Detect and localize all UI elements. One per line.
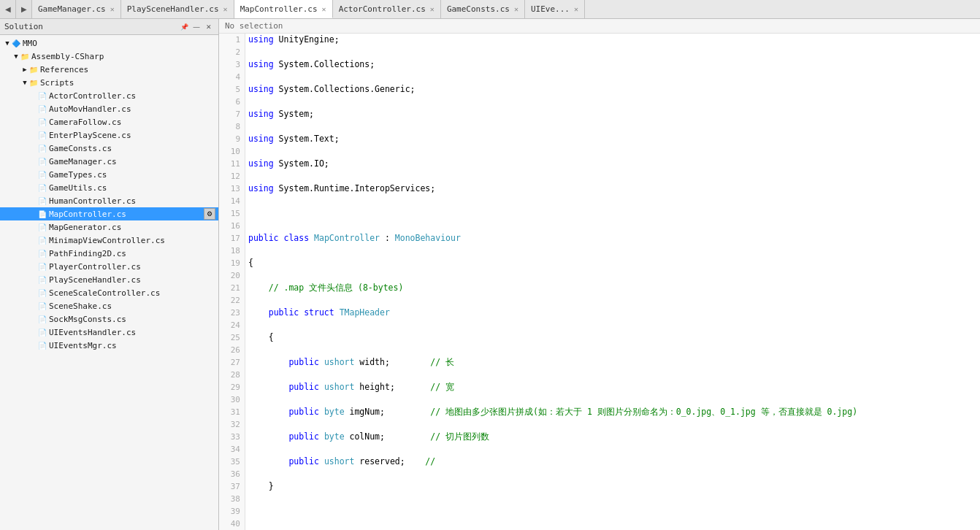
tab-gameconsts-close[interactable]: ✕: [514, 5, 518, 13]
solution-explorer: Solution 📌 — ✕ ▼ 🔷 MMO ▼ 📁 Assembly-CSha…: [0, 19, 219, 530]
tab-gamemanager-close[interactable]: ✕: [110, 5, 115, 13]
sidebar-item-automovhandler[interactable]: 📄 AutoMovHandler.cs: [0, 102, 218, 115]
cs-icon-scenescale: 📄: [38, 289, 47, 297]
sidebar-item-sockmsg[interactable]: 📄 SockMsgConsts.cs: [0, 312, 218, 326]
sidebar-item-automovhandler-label: AutoMovHandler.cs: [49, 104, 131, 114]
sidebar-item-scripts-label: Scripts: [40, 78, 74, 88]
tab-actorcontroller-close[interactable]: ✕: [430, 5, 435, 13]
expand-icon-references: ▶: [20, 66, 29, 73]
cs-icon-mapcontroller: 📄: [38, 210, 47, 218]
sidebar-item-camerafollow[interactable]: 📄 CameraFollow.cs: [0, 115, 218, 128]
cs-icon-actor: 📄: [38, 92, 47, 100]
tab-uieve-label: UIEve...: [531, 4, 570, 14]
sidebar-item-enterplayscene[interactable]: 📄 EnterPlayScene.cs: [0, 128, 218, 142]
cs-icon-gameconsts: 📄: [38, 145, 47, 153]
tab-playscenehandler-close[interactable]: ✕: [223, 5, 228, 13]
sidebar-item-scenescale[interactable]: 📄 SceneScaleController.cs: [0, 286, 218, 299]
line-numbers: 12345 678910 1112131415 1617181920 21222…: [219, 34, 245, 530]
sidebar-item-humancontroller[interactable]: 📄 HumanController.cs: [0, 194, 218, 207]
sidebar-item-minimapview[interactable]: 📄 MinimapViewController.cs: [0, 234, 218, 247]
sidebar-item-uieventsmgr-label: UIEventsMgr.cs: [49, 341, 117, 350]
tab-mapcontroller-close[interactable]: ✕: [322, 5, 326, 13]
sidebar-item-actorcontroller-label: ActorController.cs: [49, 91, 136, 101]
cs-icon-minimap: 📄: [38, 237, 47, 245]
folder-icon-assembly: 📁: [20, 53, 29, 61]
sidebar-item-playscenehandler[interactable]: 📄 PlaySceneHandler.cs: [0, 273, 218, 286]
code-editor[interactable]: using UnityEngine; using System.Collecti…: [245, 34, 980, 530]
cs-icon-camera: 📄: [38, 118, 47, 126]
sidebar-title: Solution: [4, 22, 43, 31]
tab-gamemanager-label: GameManager.cs: [38, 4, 106, 14]
sidebar-item-mmo[interactable]: ▼ 🔷 MMO: [0, 37, 218, 50]
sidebar-item-mapgenerator-label: MapGenerator.cs: [49, 223, 121, 232]
solution-icon: 🔷: [12, 39, 20, 47]
sidebar-item-mapcontroller[interactable]: 📄 MapController.cs ⚙: [0, 207, 218, 220]
sidebar-item-references[interactable]: ▶ 📁 References: [0, 63, 218, 76]
folder-icon-references: 📁: [29, 66, 38, 74]
sidebar-item-gameutils[interactable]: 📄 GameUtils.cs: [0, 181, 218, 194]
sidebar-item-gamemanager-label: GameManager.cs: [49, 157, 117, 166]
sidebar-item-gameconsts-label: GameConsts.cs: [49, 144, 112, 153]
tab-gamemanager[interactable]: GameManager.cs ✕: [32, 0, 121, 18]
cs-icon-human: 📄: [38, 197, 47, 205]
sidebar-item-uieventsmgr[interactable]: 📄 UIEventsMgr.cs: [0, 339, 218, 352]
sidebar-pin-button[interactable]: 📌: [179, 22, 189, 32]
sidebar-item-assembly[interactable]: ▼ 📁 Assembly-CSharp: [0, 50, 218, 63]
sidebar-item-pathfinding-label: PathFinding2D.cs: [49, 249, 126, 258]
sidebar-controls: 📌 — ✕: [179, 22, 214, 32]
sidebar-item-playercontroller[interactable]: 📄 PlayerController.cs: [0, 260, 218, 273]
sidebar-item-minimapview-label: MinimapViewController.cs: [49, 236, 165, 245]
cs-icon-mapgenerator: 📄: [38, 223, 47, 231]
sidebar-item-mapcontroller-label: MapController.cs: [49, 210, 126, 219]
cs-icon-player: 📄: [38, 263, 47, 271]
sidebar-tree: ▼ 🔷 MMO ▼ 📁 Assembly-CSharp ▶ 📁 Referenc…: [0, 35, 218, 530]
expand-icon-scripts: ▼: [20, 79, 29, 86]
cs-icon-sceneshake: 📄: [38, 302, 47, 310]
sidebar-item-gameutils-label: GameUtils.cs: [49, 183, 107, 193]
sidebar-item-sceneshake-label: SceneShake.cs: [49, 302, 112, 311]
sidebar-minimize-button[interactable]: —: [191, 22, 202, 32]
sidebar-item-uieventshandler[interactable]: 📄 UIEventsHandler.cs: [0, 326, 218, 339]
cs-icon-pathfinding: 📄: [38, 250, 47, 258]
cs-icon-uieventsmgr: 📄: [38, 342, 47, 350]
tab-actorcontroller-label: ActorController.cs: [339, 4, 426, 14]
sidebar-item-sockmsg-label: SockMsgConsts.cs: [49, 315, 126, 324]
sidebar-item-sceneshake[interactable]: 📄 SceneShake.cs: [0, 299, 218, 312]
sidebar-item-mmo-label: MMO: [23, 39, 37, 48]
tab-bar: ◀ ▶ GameManager.cs ✕ PlaySceneHandler.cs…: [0, 0, 980, 19]
sidebar-item-gametypes[interactable]: 📄 GameTypes.cs: [0, 168, 218, 181]
sidebar-header: Solution 📌 — ✕: [0, 19, 218, 35]
tab-back-button[interactable]: ◀: [0, 0, 16, 18]
sidebar-item-mapgenerator[interactable]: 📄 MapGenerator.cs: [0, 220, 218, 234]
cs-icon-sockmsg: 📄: [38, 315, 47, 323]
tab-gameconsts[interactable]: GameConsts.cs ✕: [441, 0, 525, 18]
tab-playscenehandler[interactable]: PlaySceneHandler.cs ✕: [121, 0, 234, 18]
sidebar-item-scripts[interactable]: ▼ 📁 Scripts: [0, 76, 218, 89]
sidebar-item-gamemanager[interactable]: 📄 GameManager.cs: [0, 155, 218, 168]
cs-icon-playscene: 📄: [38, 276, 47, 284]
sidebar-item-enterplayscene-label: EnterPlayScene.cs: [49, 131, 131, 140]
tab-actorcontroller[interactable]: ActorController.cs ✕: [333, 0, 441, 18]
sidebar-item-gameconsts[interactable]: 📄 GameConsts.cs: [0, 142, 218, 155]
sidebar-close-button[interactable]: ✕: [204, 22, 214, 32]
sidebar-item-uieventshandler-label: UIEventsHandler.cs: [49, 328, 136, 337]
tab-gameconsts-label: GameConsts.cs: [447, 4, 510, 14]
expand-icon-mmo: ▼: [3, 39, 12, 47]
editor-area: No selection 12345 678910 1112131415 161…: [219, 19, 980, 530]
tab-mapcontroller[interactable]: MapController.cs ✕: [234, 0, 333, 18]
tab-uieve-close[interactable]: ✕: [574, 5, 578, 13]
expand-icon-assembly: ▼: [12, 53, 20, 60]
tab-uieve[interactable]: UIEve... ✕: [525, 0, 585, 18]
sidebar-item-gametypes-label: GameTypes.cs: [49, 170, 107, 180]
sidebar-item-playscenehandler-label: PlaySceneHandler.cs: [49, 275, 141, 285]
cs-icon-gamemanager: 📄: [38, 158, 47, 166]
tab-forward-button[interactable]: ▶: [16, 0, 32, 18]
cs-icon-enterplay: 📄: [38, 131, 47, 139]
tab-playscenehandler-label: PlaySceneHandler.cs: [127, 4, 219, 14]
sidebar-item-references-label: References: [40, 65, 88, 74]
sidebar-item-actorcontroller[interactable]: 📄 ActorController.cs: [0, 89, 218, 102]
gear-button-mapcontroller[interactable]: ⚙: [204, 208, 215, 220]
sidebar-item-pathfinding[interactable]: 📄 PathFinding2D.cs: [0, 247, 218, 260]
editor-status-bar: No selection: [219, 19, 980, 34]
editor-content[interactable]: 12345 678910 1112131415 1617181920 21222…: [219, 34, 980, 530]
